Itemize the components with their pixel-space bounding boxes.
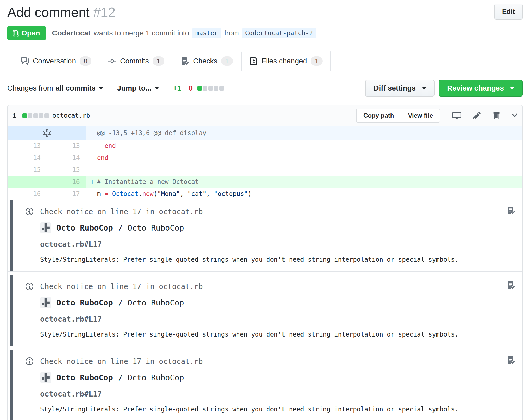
octo-rubocop-avatar [40,297,51,308]
code-line [86,164,522,176]
new-line-number[interactable]: 14 [47,152,86,164]
jump-to-dropdown[interactable]: Jump to... [117,84,159,92]
old-line-number[interactable] [8,176,47,188]
code-line: +# Instantiate a new Octocat [86,176,522,188]
check-annotation: Check notice on line 17 in octocat.rb Oc… [8,275,522,346]
tab-commits[interactable]: Commits 1 [100,51,173,71]
base-branch-label[interactable]: master [192,28,221,38]
annotation-notice-text: Check notice on line 17 in octocat.rb [40,357,203,366]
diff-row-context: 14 14 end [8,152,522,164]
code-line: m = Octocat.new("Mona", "cat", "octopus"… [86,188,522,200]
tab-conversation[interactable]: Conversation 0 [13,51,100,71]
octo-rubocop-avatar [40,222,51,233]
review-changes-button[interactable]: Review changes [439,80,523,97]
file-diff-icon [250,57,258,65]
annotation-location: octocat.rb#L17 [40,240,511,249]
annotation-severity-bar [10,350,13,420]
pull-request-page: Add comment #12 Edit Open Codertocat wan… [0,0,530,420]
tab-commits-count: 1 [153,56,164,66]
annotation-tool-context: / Octo RuboCop [118,373,184,382]
info-icon [26,282,33,291]
hunk-header-row: @@ -13,5 +13,6 @@ def display [8,126,522,140]
comment-discussion-icon [21,57,29,65]
annotation-severity-bar [10,275,13,346]
new-line-number[interactable]: 16 [47,176,86,188]
tab-checks-label: Checks [193,57,217,65]
diff-row-context: 15 15 [8,164,522,176]
additions-count: +1 [173,84,181,92]
annotation-message: Style/StringLiterals: Prefer single-quot… [40,331,511,338]
caret-down-icon [155,87,159,89]
display-rich-diff-icon[interactable] [452,111,461,120]
view-file-button[interactable]: View file [401,109,440,123]
annotation-notice-text: Check notice on line 17 in octocat.rb [40,207,203,216]
edit-button[interactable]: Edit [494,4,523,20]
annotation-tool-context: / Octo RuboCop [118,298,184,307]
tasklist-icon [507,281,515,289]
from-word: from [224,29,239,37]
tasklist-icon [181,57,189,65]
jump-to-label: Jump to... [117,84,152,92]
file-diffstat-blocks [22,113,49,118]
diff-settings-button[interactable]: Diff settings [365,80,435,97]
old-line-number[interactable]: 13 [8,140,47,152]
tab-commits-label: Commits [120,57,149,65]
hunk-header-text: @@ -13,5 +13,6 @@ def display [86,126,522,140]
old-line-number[interactable]: 16 [8,188,47,200]
edit-file-pencil-icon[interactable] [473,111,481,120]
pr-number: #12 [93,5,115,20]
old-line-number[interactable]: 15 [8,164,47,176]
tab-conversation-label: Conversation [33,57,76,65]
head-branch-label[interactable]: Codertocat-patch-2 [242,28,316,38]
annotation-tool-name: Octo RuboCop [56,373,113,382]
code-text: end [97,154,108,161]
annotation-message: Style/StringLiterals: Prefer single-quot… [40,256,511,263]
review-changes-label: Review changes [447,84,504,92]
pr-tab-bar: Conversation 0 Commits 1 Checks 1 Files … [7,51,523,71]
code-line: end [86,152,522,164]
diffstat-blocks [197,86,224,91]
git-pull-request-icon [13,29,19,37]
expand-hunk-gutter[interactable] [8,126,86,140]
diff-row-context: 16 17 m = Octocat.new("Mona", "cat", "oc… [8,188,522,200]
open-status-label: Open [21,29,40,37]
tab-files-changed-label: Files changed [262,57,307,65]
pr-header: Add comment #12 Edit [7,4,523,21]
diff-table: @@ -13,5 +13,6 @@ def display 13 13 end … [8,126,522,420]
old-line-number[interactable]: 14 [8,152,47,164]
new-line-number[interactable]: 13 [47,140,86,152]
git-commit-icon [108,57,116,65]
new-line-number[interactable]: 15 [47,164,86,176]
tasklist-icon [507,206,515,214]
tab-files-changed[interactable]: Files changed 1 [241,51,331,71]
merge-summary: Codertocat wants to merge 1 commit into … [52,28,316,38]
changes-from-dropdown[interactable]: Changes from all commits [7,84,103,92]
author-link[interactable]: Codertocat [52,29,91,37]
diff-toolbar: Changes from all commits Jump to... +1 −… [7,80,523,97]
chevron-down-icon[interactable] [512,111,517,120]
deletions-count: −0 [184,84,193,92]
info-icon [26,207,33,216]
page-title: Add comment #12 [7,4,116,21]
annotation-tool-context: / Octo RuboCop [118,223,184,232]
new-line-number[interactable]: 17 [47,188,86,200]
diff-settings-label: Diff settings [374,84,416,92]
caret-down-icon [422,87,426,89]
check-annotation: Check notice on line 17 in octocat.rb Oc… [8,350,522,420]
file-name-link[interactable]: octocat.rb [52,112,90,119]
unfold-icon [43,129,51,137]
code-line: end [86,140,522,152]
line-prefix [90,188,97,200]
tab-checks-count: 1 [221,56,233,66]
copy-path-button[interactable]: Copy path [356,109,401,123]
trashcan-icon[interactable] [493,111,500,120]
changed-files-count: 1 [13,112,16,119]
tab-checks[interactable]: Checks 1 [173,51,241,71]
annotation-notice-text: Check notice on line 17 in octocat.rb [40,282,203,291]
code-text: # Instantiate a new Octocat [97,178,199,185]
check-annotation: Check notice on line 17 in octocat.rb Oc… [8,200,522,272]
annotation-location: octocat.rb#L17 [40,390,511,398]
diffstat-summary: +1 −0 [173,84,224,92]
annotation-location: octocat.rb#L17 [40,315,511,323]
caret-down-icon [510,87,514,89]
